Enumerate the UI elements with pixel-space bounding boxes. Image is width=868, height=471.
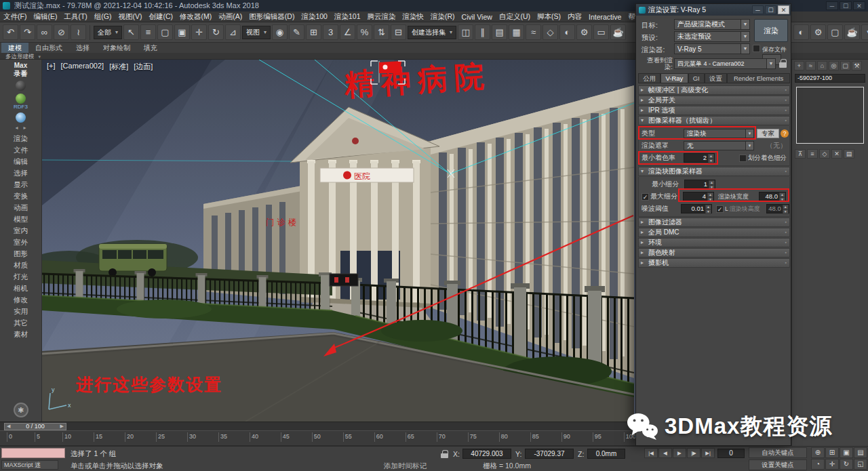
angle-snap-icon[interactable]: ∠ <box>340 24 355 40</box>
viewport-shading[interactable]: [边面] <box>134 62 153 72</box>
record-icon[interactable] <box>16 81 26 91</box>
dialog-tab[interactable]: 公用 <box>638 73 660 83</box>
maximize-viewport-icon[interactable]: ◱ <box>854 459 867 470</box>
dialog-titlebar[interactable]: 渲染设置: V-Ray 5 ─ ☐ ✕ <box>636 4 791 16</box>
menu-item[interactable]: 动画(A) <box>215 12 245 22</box>
frame-back-icon[interactable]: ◀ <box>7 424 10 429</box>
rollout-image-sampler[interactable]: 图像采样器（抗锯齿） <box>638 116 790 125</box>
menu-item[interactable]: 渲染快 <box>399 12 427 22</box>
rollout-header[interactable]: 全局开关 <box>638 96 790 105</box>
sidebar-item[interactable]: 灯光 <box>0 271 41 283</box>
sidebar-item[interactable]: 模型 <box>0 213 41 225</box>
percent-snap-icon[interactable]: % <box>357 24 372 40</box>
sidebar-item[interactable]: 图形 <box>0 248 41 260</box>
menu-item[interactable]: 渲染(R) <box>427 12 458 22</box>
frame-forward-icon[interactable]: ▶ <box>60 424 64 429</box>
viewport-label[interactable]: [+] [Camera002] [标准] [边面] <box>47 62 153 72</box>
render-setup-icon[interactable]: ⚙ <box>576 24 592 40</box>
app-maximize-button[interactable]: ☐ <box>840 1 852 10</box>
menu-item[interactable]: 创建(C) <box>146 12 177 22</box>
rollout-header[interactable]: 环境 <box>638 238 790 247</box>
menu-item[interactable]: Interactive <box>585 13 625 21</box>
rollout-header[interactable]: 图像过滤器 <box>638 218 790 227</box>
go-to-end-icon[interactable]: ▶| <box>701 448 715 458</box>
render-button[interactable]: 渲染 <box>754 19 788 42</box>
spinner-snap-icon[interactable]: ⇅ <box>374 24 389 40</box>
play-icon[interactable]: ▶ <box>673 448 686 458</box>
tail-frame-window-icon[interactable]: ▢ <box>827 24 843 40</box>
configure-modifier-sets-icon[interactable]: ▤ <box>844 149 854 159</box>
make-unique-icon[interactable]: ◇ <box>819 149 830 159</box>
bind-spacewarp-icon[interactable]: ≀ <box>71 24 86 40</box>
move-icon[interactable]: ✛ <box>191 24 207 40</box>
auto-key-button[interactable]: 自动关键点 <box>749 447 807 458</box>
modify-tab-icon[interactable]: ≈ <box>806 61 816 70</box>
sidebar-item[interactable]: 相机 <box>0 283 41 294</box>
menu-item[interactable]: Civil View <box>458 13 496 21</box>
sidebar-item[interactable]: 室外 <box>0 237 41 248</box>
eye-icon[interactable] <box>16 112 26 123</box>
display-tab-icon[interactable]: ▢ <box>840 61 850 70</box>
rdf3-label[interactable]: RDF3 <box>0 104 41 110</box>
layer-manager-icon[interactable]: ▤ <box>492 24 507 40</box>
next-frame-icon[interactable]: |▶ <box>687 448 701 458</box>
mirror-icon[interactable]: ◫ <box>458 24 473 40</box>
z-coordinate-field[interactable]: 0.0mm <box>587 449 625 459</box>
zoom-icon[interactable]: ⊕ <box>811 447 825 458</box>
target-dropdown[interactable]: 产品级渲染模式▼ <box>674 19 750 30</box>
current-frame-field[interactable]: 0 <box>717 449 745 458</box>
hierarchy-tab-icon[interactable]: ⌂ <box>817 61 827 70</box>
scale-icon[interactable]: ⊿ <box>225 24 241 40</box>
bucket-lock-checkbox[interactable] <box>716 205 724 213</box>
ribbon-tab[interactable]: 对象绘制 <box>96 43 137 53</box>
app-minimize-button[interactable]: ─ <box>826 1 838 10</box>
rect-region-icon[interactable]: ▢ <box>157 24 173 40</box>
curve-editor-icon[interactable]: ≈ <box>526 24 541 40</box>
named-selection-set-dropdown[interactable]: 创建选择集▾ <box>408 26 456 39</box>
orbit-icon[interactable]: ↻ <box>840 459 853 470</box>
material-editor-icon[interactable]: ◐ <box>559 24 575 40</box>
render-mask-dropdown[interactable]: 无▼ <box>684 141 754 150</box>
sphere-icon[interactable] <box>16 94 26 104</box>
zoom-extents-icon[interactable]: ▣ <box>840 447 853 458</box>
sidebar-item[interactable]: 修改 <box>0 294 41 306</box>
modifier-stack-list[interactable] <box>796 87 864 144</box>
y-coordinate-field[interactable]: -37029.37 <box>525 449 574 459</box>
preset-dropdown[interactable]: 未选定预设▼ <box>674 31 750 42</box>
reference-coordinate-dropdown[interactable]: 视图▾ <box>242 26 271 39</box>
sidebar-item[interactable]: 选择 <box>0 167 41 179</box>
launcher-gear-icon[interactable] <box>14 403 28 417</box>
sidebar-item[interactable]: 文件 <box>0 144 41 156</box>
viewport-camera-name[interactable]: [Camera002] <box>61 62 104 72</box>
previous-frame-icon[interactable]: ◀ <box>658 448 672 458</box>
dialog-minimize-button[interactable]: ─ <box>752 5 764 14</box>
select-link-icon[interactable]: ∞ <box>37 24 52 40</box>
redo-icon[interactable]: ↷ <box>20 24 35 40</box>
dialog-maximize-button[interactable]: ☐ <box>765 5 776 14</box>
sidebar-item[interactable]: 材质 <box>0 260 41 271</box>
tail-material-icon[interactable]: ◐ <box>793 24 809 40</box>
menu-item[interactable]: 渲染100 <box>298 12 331 22</box>
fov-icon[interactable]: ◔ <box>811 459 825 470</box>
utilities-tab-icon[interactable]: ⚒ <box>852 61 862 70</box>
dialog-tab[interactable]: V-Ray <box>660 73 688 83</box>
select-by-name-icon[interactable]: ≡ <box>140 24 156 40</box>
time-tag[interactable]: 添加时间标记 <box>384 462 427 471</box>
tail-dropdown-icon[interactable]: ▾ <box>861 24 868 40</box>
motion-tab-icon[interactable]: ◎ <box>829 61 839 70</box>
min-shading-spinner[interactable]: 2 ▲▼ <box>684 153 715 163</box>
max-subdivs-checkbox[interactable] <box>642 193 649 201</box>
window-crossing-icon[interactable]: ▣ <box>174 24 190 40</box>
bucket-width-spinner[interactable]: 48.0 ▲▼ <box>759 192 786 201</box>
remove-modifier-icon[interactable]: ✕ <box>831 149 842 159</box>
x-coordinate-field[interactable]: 40729.003 <box>462 449 511 459</box>
align-icon[interactable]: ∥ <box>475 24 490 40</box>
rollout-header[interactable]: 全局 DMC <box>638 228 790 237</box>
dialog-tab[interactable]: GI <box>688 73 705 83</box>
app-close-button[interactable]: ✕ <box>853 1 865 10</box>
go-to-start-icon[interactable]: |◀ <box>644 448 658 458</box>
pin-stack-icon[interactable]: ⊼ <box>795 149 806 159</box>
zoom-all-icon[interactable]: ⊞ <box>825 447 839 458</box>
show-end-result-icon[interactable]: ≡ <box>807 149 818 159</box>
ribbon-tab[interactable]: 建模 <box>1 43 28 53</box>
